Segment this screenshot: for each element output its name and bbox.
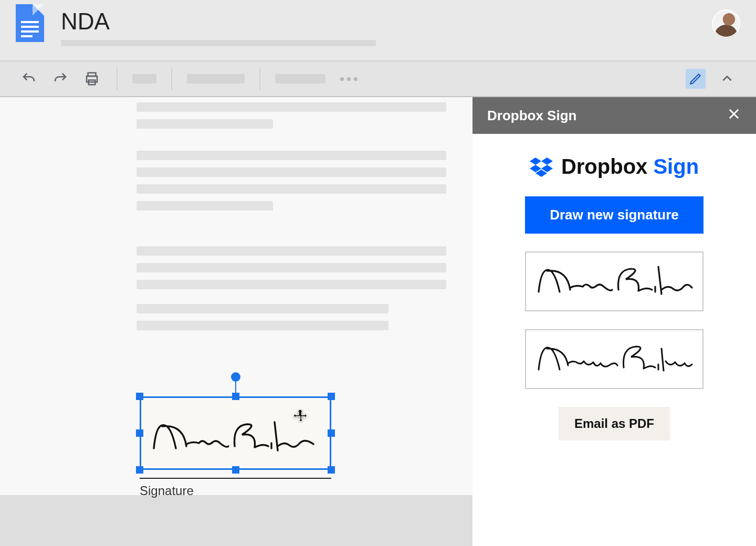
- close-panel-button[interactable]: [727, 107, 741, 125]
- pencil-icon: [689, 72, 702, 86]
- draw-new-signature-button[interactable]: Draw new signature: [525, 196, 704, 234]
- dropbox-sign-panel: Dropbox Sign Dropbox Sign Draw new signa…: [472, 97, 756, 546]
- resize-handle-sw[interactable]: [136, 466, 143, 474]
- signature-selection[interactable]: [140, 396, 331, 470]
- panel-header: Dropbox Sign: [472, 97, 756, 134]
- toolbar-overflow[interactable]: [340, 77, 358, 81]
- account-avatar[interactable]: [712, 9, 740, 38]
- chevron-up-icon: [720, 72, 734, 86]
- email-as-pdf-button[interactable]: Email as PDF: [559, 407, 670, 440]
- dropbox-sign-brand: Dropbox Sign: [530, 155, 699, 178]
- brand-word-1: Dropbox: [561, 155, 647, 178]
- app-header: NDA: [0, 0, 756, 60]
- collapse-panel-button[interactable]: [717, 69, 737, 89]
- svg-marker-5: [530, 158, 541, 165]
- resize-handle-w[interactable]: [136, 429, 143, 437]
- redo-button[interactable]: [50, 69, 70, 89]
- resize-handle-ne[interactable]: [328, 393, 335, 400]
- brand-word-2: Sign: [653, 155, 699, 178]
- signature-glyph-icon: [536, 342, 693, 376]
- resize-handle-s[interactable]: [232, 466, 239, 474]
- print-icon: [84, 71, 100, 87]
- toolbar-separator: [171, 67, 172, 90]
- resize-handle-nw[interactable]: [136, 393, 143, 400]
- document-title[interactable]: NDA: [61, 8, 740, 35]
- toolbar-ghost-3: [275, 74, 326, 83]
- saved-signature-1[interactable]: [525, 251, 704, 311]
- signature-image[interactable]: [140, 396, 331, 470]
- resize-handle-se[interactable]: [328, 466, 335, 474]
- docs-file-icon[interactable]: [16, 4, 44, 42]
- close-icon: [727, 107, 741, 121]
- saved-signature-2[interactable]: [525, 329, 704, 389]
- document-canvas[interactable]: Signature: [0, 97, 472, 546]
- undo-button[interactable]: [19, 69, 39, 89]
- signature-glyph-icon: [536, 265, 693, 298]
- signature-glyph-icon: [150, 417, 318, 457]
- toolbar-separator: [117, 67, 118, 90]
- undo-icon: [21, 71, 37, 87]
- svg-marker-6: [541, 158, 553, 165]
- signature-field-label: Signature: [140, 484, 194, 498]
- resize-handle-n[interactable]: [232, 393, 239, 400]
- signature-underline: [140, 478, 331, 479]
- move-cursor-icon: [293, 408, 309, 424]
- toolbar-separator: [259, 67, 260, 90]
- panel-title: Dropbox Sign: [487, 108, 576, 124]
- resize-handle-e[interactable]: [328, 429, 335, 437]
- menubar-placeholder: [61, 40, 376, 46]
- dropbox-logo-icon: [530, 155, 553, 178]
- toolbar-ghost-2: [187, 74, 245, 83]
- toolbar-ghost-1: [132, 74, 156, 83]
- editing-mode-button[interactable]: [686, 69, 706, 89]
- rotate-handle[interactable]: [231, 372, 240, 382]
- redo-icon: [52, 71, 68, 87]
- toolbar: [0, 60, 756, 97]
- print-button[interactable]: [82, 69, 102, 89]
